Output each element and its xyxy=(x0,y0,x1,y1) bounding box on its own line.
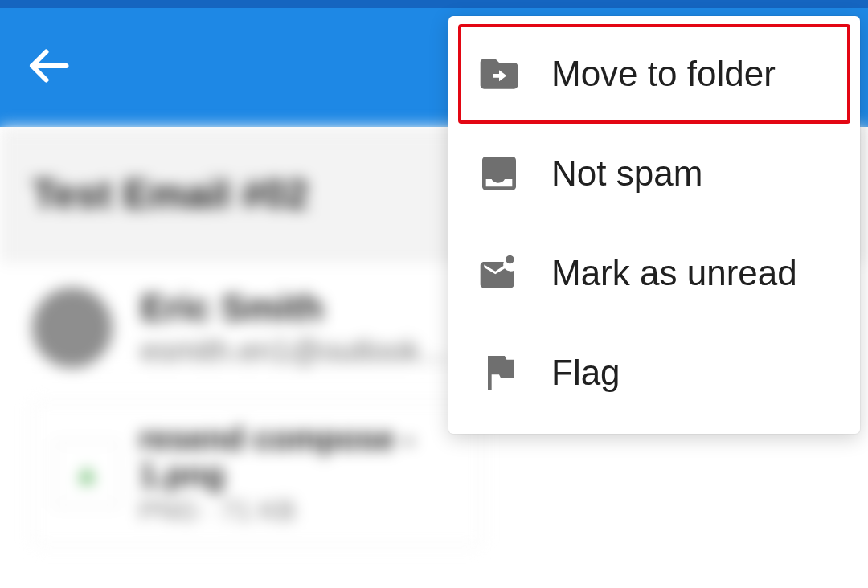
menu-item-move-to-folder[interactable]: Move to folder xyxy=(458,24,850,124)
menu-label: Mark as unread xyxy=(551,253,797,293)
flag-icon xyxy=(471,350,527,395)
mail-unread-icon xyxy=(471,251,527,296)
menu-label: Move to folder xyxy=(551,54,776,94)
menu-item-flag[interactable]: Flag xyxy=(458,323,850,423)
avatar xyxy=(32,288,113,368)
attachment-card[interactable]: ▲ resend compose - 1.png PNG · 71 KB xyxy=(32,401,482,546)
sender-name: Eric Smith xyxy=(141,286,450,329)
sender-email: esmith.en1@outlook… xyxy=(141,334,450,369)
menu-item-mark-unread[interactable]: Mark as unread xyxy=(458,223,850,323)
folder-move-icon xyxy=(471,51,527,96)
attachment-texts: resend compose - 1.png PNG · 71 KB xyxy=(139,421,461,526)
image-file-icon: ▲ xyxy=(54,441,120,507)
email-subject-text: Test Email #02 xyxy=(32,171,309,218)
status-bar xyxy=(0,0,868,8)
menu-label: Not spam xyxy=(551,153,702,194)
sender-texts: Eric Smith esmith.en1@outlook… xyxy=(141,286,450,369)
menu-label: Flag xyxy=(551,353,620,393)
attachment-meta: PNG · 71 KB xyxy=(139,495,461,526)
menu-item-not-spam[interactable]: Not spam xyxy=(458,124,850,223)
back-arrow-icon[interactable] xyxy=(24,42,72,93)
attachment-name: resend compose - 1.png xyxy=(139,421,461,493)
overflow-menu: Move to folder Not spam Mark as unread F… xyxy=(448,16,860,434)
inbox-icon xyxy=(471,151,527,196)
